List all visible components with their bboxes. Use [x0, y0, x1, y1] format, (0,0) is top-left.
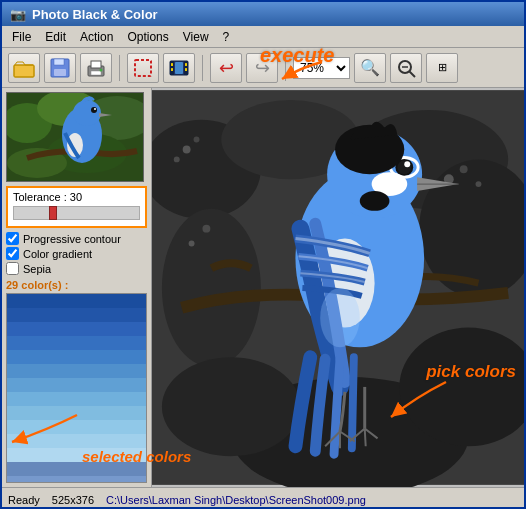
color-row-10[interactable]	[7, 434, 146, 448]
color-gradient-checkbox[interactable]	[6, 247, 19, 260]
toolbar-separator-1	[119, 55, 120, 81]
redo-button[interactable]: ↩	[246, 53, 278, 83]
left-panel: Tolerance : 30 Progressive contour Color…	[2, 88, 152, 487]
menu-view[interactable]: View	[177, 28, 215, 46]
tolerance-label: Tolerance : 30	[13, 191, 140, 203]
tolerance-slider-container	[13, 206, 140, 223]
color-row-2[interactable]	[7, 322, 146, 336]
option-progressive-contour[interactable]: Progressive contour	[6, 232, 147, 245]
options-box: Progressive contour Color gradient Sepia	[6, 232, 147, 275]
svg-rect-6	[91, 61, 101, 68]
svg-rect-13	[171, 63, 173, 66]
fullscreen-button[interactable]: ⊞	[426, 53, 458, 83]
titlebar: 📷 Photo Black & Color	[2, 2, 524, 26]
svg-point-43	[174, 156, 180, 162]
option-sepia[interactable]: Sepia	[6, 262, 147, 275]
status-dimensions: 525x376	[52, 494, 94, 506]
save-button[interactable]	[44, 53, 76, 83]
svg-point-8	[100, 68, 103, 71]
main-content: Tolerance : 30 Progressive contour Color…	[2, 88, 524, 487]
tolerance-slider[interactable]	[13, 206, 140, 220]
color-row-9[interactable]	[7, 420, 146, 434]
zoom-container: 25% 50% 75% 100% 150% 200%	[293, 57, 350, 79]
toolbar-separator-3	[285, 55, 286, 81]
color-row-12[interactable]	[7, 462, 146, 476]
svg-point-39	[162, 357, 301, 456]
color-row-7[interactable]	[7, 392, 146, 406]
svg-point-30	[91, 107, 97, 113]
svg-point-60	[320, 288, 360, 347]
svg-rect-4	[54, 69, 66, 76]
open-button[interactable]	[8, 53, 40, 83]
menu-help[interactable]: ?	[217, 28, 236, 46]
svg-point-58	[360, 191, 390, 211]
zoom-out-button[interactable]	[390, 53, 422, 83]
menu-edit[interactable]: Edit	[39, 28, 72, 46]
svg-point-47	[202, 225, 210, 233]
menu-file[interactable]: File	[6, 28, 37, 46]
thumbnail	[6, 92, 144, 182]
print-button[interactable]	[80, 53, 112, 83]
statusbar: Ready 525x376 C:\Users\Laxman Singh\Desk…	[2, 487, 524, 509]
film-button[interactable]	[163, 53, 195, 83]
main-image	[152, 88, 524, 487]
sepia-checkbox[interactable]	[6, 262, 19, 275]
svg-line-19	[409, 71, 415, 77]
app-window: 📷 Photo Black & Color File Edit Action O…	[0, 0, 526, 509]
tolerance-box: Tolerance : 30	[6, 186, 147, 228]
menubar: File Edit Action Options View ?	[2, 26, 524, 48]
select-button[interactable]	[127, 53, 159, 83]
status-ready: Ready	[8, 494, 40, 506]
colors-count-label: 29 color(s) :	[6, 279, 147, 291]
menu-action[interactable]: Action	[74, 28, 119, 46]
svg-point-46	[476, 181, 482, 187]
svg-point-37	[162, 209, 261, 367]
colors-section: 29 color(s) :	[6, 279, 147, 483]
color-row-8[interactable]	[7, 406, 146, 420]
svg-point-28	[73, 100, 101, 126]
progressive-contour-checkbox[interactable]	[6, 232, 19, 245]
color-row-6[interactable]	[7, 378, 146, 392]
svg-point-41	[183, 146, 191, 154]
svg-point-54	[404, 161, 410, 167]
svg-rect-9	[135, 60, 151, 76]
zoom-select[interactable]: 25% 50% 75% 100% 150% 200%	[293, 57, 350, 79]
color-row-4[interactable]	[7, 350, 146, 364]
svg-point-48	[189, 241, 195, 247]
status-path: C:\Users\Laxman Singh\Desktop\ScreenShot…	[106, 494, 366, 506]
app-title: Photo Black & Color	[32, 7, 158, 22]
colors-list[interactable]	[6, 293, 147, 483]
color-row-3[interactable]	[7, 336, 146, 350]
toolbar: ↩ ↩ 25% 50% 75% 100% 150% 200% 🔍 ⊞	[2, 48, 524, 88]
svg-rect-0	[14, 65, 34, 77]
color-row-13[interactable]	[7, 476, 146, 483]
color-row-1[interactable]	[7, 308, 146, 322]
svg-rect-17	[175, 62, 183, 74]
svg-rect-7	[91, 71, 101, 75]
option-color-gradient[interactable]: Color gradient	[6, 247, 147, 260]
undo-button[interactable]: ↩	[210, 53, 242, 83]
zoom-in-button[interactable]: 🔍	[354, 53, 386, 83]
color-row-5[interactable]	[7, 364, 146, 378]
toolbar-separator-2	[202, 55, 203, 81]
svg-point-42	[194, 137, 200, 143]
svg-rect-15	[185, 63, 187, 66]
image-area[interactable]: pick colors	[152, 88, 524, 487]
color-row-11[interactable]	[7, 448, 146, 462]
svg-rect-3	[54, 59, 64, 65]
svg-point-31	[94, 108, 96, 110]
app-icon: 📷	[10, 7, 26, 22]
menu-options[interactable]: Options	[121, 28, 174, 46]
svg-point-45	[460, 165, 468, 173]
svg-rect-16	[185, 68, 187, 71]
svg-rect-14	[171, 68, 173, 71]
color-row-0[interactable]	[7, 294, 146, 308]
